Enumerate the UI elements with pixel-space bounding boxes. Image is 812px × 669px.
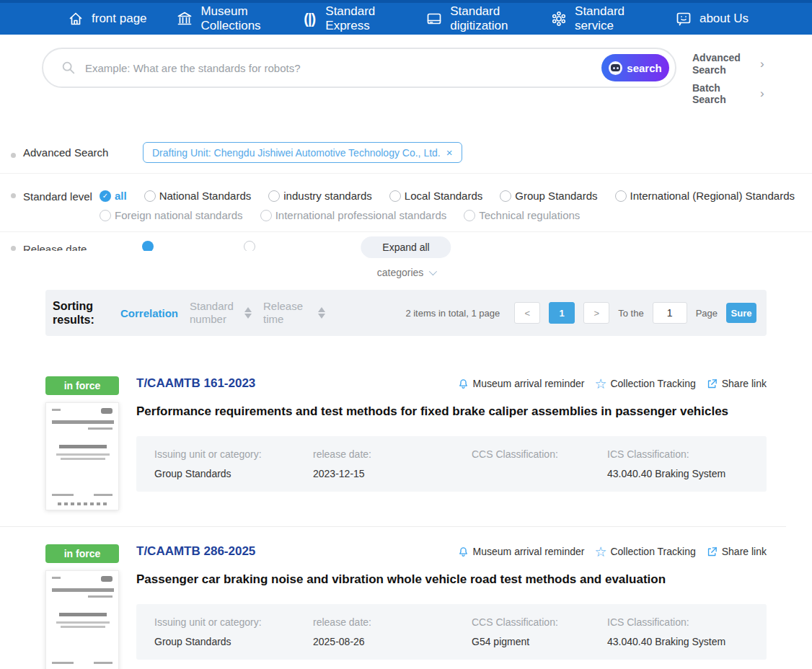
radio-icon <box>615 190 627 202</box>
radio-technical-regulations[interactable]: Technical regulations <box>464 209 580 221</box>
radio-group-standards[interactable]: Group Standards <box>500 190 597 202</box>
standard-level-label: Standard level <box>23 188 100 203</box>
result-left-column: in force <box>45 544 119 669</box>
action-label: Share link <box>722 378 767 389</box>
sort-correlation[interactable]: Correlation <box>120 307 178 319</box>
radio-international-standards[interactable]: International (Regional) Standards <box>615 190 795 202</box>
field-value <box>472 468 607 479</box>
nav-front-page[interactable]: front page <box>66 9 147 28</box>
radio-icon[interactable] <box>244 241 255 251</box>
share-link[interactable]: Share link <box>706 546 767 558</box>
field-value: Group Standards <box>154 468 313 479</box>
bullet-dot-icon <box>11 246 16 251</box>
document-thumbnail[interactable] <box>45 402 119 510</box>
field-label: Issuing unit or category: <box>154 616 313 628</box>
home-icon <box>66 9 85 28</box>
museum-arrival-reminder-link[interactable]: Museum arrival reminder <box>457 378 585 390</box>
categories-toggle[interactable]: categories <box>0 267 812 278</box>
field-label: ICS Classification: <box>607 616 767 628</box>
top-navigation: front page Museum Collections (|) Standa… <box>0 0 812 35</box>
result-right-column: T/CAAMTB 161-2023 Museum arrival reminde… <box>136 376 767 510</box>
filter-tag-text: Drafting Unit: Chengdu Jishiwei Automoti… <box>152 147 441 159</box>
action-label: Collection Tracking <box>610 546 695 557</box>
chevron-right-icon: › <box>760 57 764 71</box>
sort-release-time[interactable]: Release time <box>263 300 325 326</box>
standard-number-link[interactable]: T/CAAMTB 161-2023 <box>136 376 255 391</box>
sort-asc-icon[interactable] <box>244 307 252 312</box>
prev-page-button[interactable]: < <box>514 302 540 324</box>
batch-search-link[interactable]: Batch Search › <box>692 82 764 107</box>
pagination-total: 2 items in total, 1 page <box>405 308 500 319</box>
sorting-results-label: Sorting results: <box>53 299 109 327</box>
level-options-row-1: ✓all National Standards industry standar… <box>100 190 812 202</box>
express-icon: (|) <box>300 9 319 28</box>
sort-asc-icon[interactable] <box>318 307 325 312</box>
radio-icon <box>260 210 272 221</box>
nav-label: Standard service <box>575 4 645 32</box>
result-actions: Museum arrival reminder ☆ Collection Tra… <box>457 545 767 559</box>
sort-desc-icon[interactable] <box>318 314 325 319</box>
advanced-search-row-label: Advanced Search <box>23 146 130 159</box>
document-thumbnail[interactable] <box>45 570 119 669</box>
divider <box>0 231 812 232</box>
radio-label: Local Standards <box>405 190 482 202</box>
standard-number-link[interactable]: T/CAAMTB 286-2025 <box>136 544 255 559</box>
field-value: 43.040.40 Braking System <box>607 636 767 647</box>
share-icon <box>706 546 718 558</box>
nav-label: about Us <box>700 12 749 26</box>
sort-desc-icon[interactable] <box>244 314 252 319</box>
standard-level-options: ✓all National Standards industry standar… <box>100 188 812 221</box>
drafting-unit-filter-tag[interactable]: Drafting Unit: Chengdu Jishiwei Automoti… <box>143 142 462 163</box>
search-button[interactable]: search <box>601 54 669 81</box>
sort-label: Release time <box>263 300 315 326</box>
collection-tracking-link[interactable]: ☆ Collection Tracking <box>594 377 695 391</box>
about-chat-icon <box>674 9 693 28</box>
search-zone: search Advanced Search › Batch Search › <box>0 35 812 106</box>
museum-icon <box>175 9 194 28</box>
search-icon <box>61 60 76 76</box>
radio-icon <box>100 210 111 221</box>
page-number-input[interactable] <box>653 302 687 324</box>
nav-standard-service[interactable]: Standard service <box>550 4 645 32</box>
page-1-button[interactable]: 1 <box>549 302 575 324</box>
to-the-label: To the <box>618 308 643 319</box>
search-side-links: Advanced Search › Batch Search › <box>692 48 764 106</box>
radio-national-standards[interactable]: National Standards <box>144 190 252 202</box>
radio-label: Group Standards <box>515 190 597 202</box>
radio-all[interactable]: ✓all <box>100 190 127 202</box>
nav-standard-digitization[interactable]: Standard digitization <box>425 4 521 32</box>
field-value: 2025-08-26 <box>313 636 472 647</box>
result-details-panel: Issuing unit or category:Group Standards… <box>136 436 767 492</box>
radio-foreign-national-standards[interactable]: Foreign national standards <box>100 209 243 221</box>
nav-museum-collections[interactable]: Museum Collections <box>175 4 271 32</box>
chevron-down-icon <box>429 267 437 275</box>
nav-about-us[interactable]: about Us <box>674 9 749 28</box>
field-label: CCS Classification: <box>472 448 607 460</box>
advanced-search-link[interactable]: Advanced Search › <box>692 52 764 76</box>
search-button-label: search <box>627 62 661 74</box>
search-input[interactable] <box>85 62 601 74</box>
collection-tracking-link[interactable]: ☆ Collection Tracking <box>594 545 695 559</box>
radio-label: all <box>115 190 127 202</box>
sorting-bar: Sorting results: Correlation Standard nu… <box>45 290 767 336</box>
museum-arrival-reminder-link[interactable]: Museum arrival reminder <box>457 546 585 558</box>
expand-all-button[interactable]: Expand all <box>361 236 451 258</box>
robot-icon <box>609 61 622 75</box>
bell-icon <box>457 546 469 558</box>
radio-local-standards[interactable]: Local Standards <box>389 190 482 202</box>
field-label: ICS Classification: <box>607 448 767 460</box>
standard-title-link[interactable]: Passenger car braking noise and vibratio… <box>136 572 767 587</box>
standard-title-link[interactable]: Performance requirements and test method… <box>136 404 767 419</box>
share-icon <box>706 378 718 390</box>
radio-checked-icon[interactable] <box>142 241 154 251</box>
sure-button[interactable]: Sure <box>726 303 756 323</box>
radio-international-professional-standards[interactable]: International professional standards <box>260 209 447 221</box>
radio-industry-standards[interactable]: industry standards <box>268 190 372 202</box>
nav-standard-express[interactable]: (|) Standard Express <box>300 4 396 32</box>
radio-icon <box>268 190 280 202</box>
next-page-button[interactable]: > <box>583 302 609 324</box>
status-badge: in force <box>45 376 119 395</box>
sort-standard-number[interactable]: Standard number <box>190 300 252 326</box>
close-icon[interactable]: × <box>446 146 453 159</box>
share-link[interactable]: Share link <box>706 378 767 390</box>
